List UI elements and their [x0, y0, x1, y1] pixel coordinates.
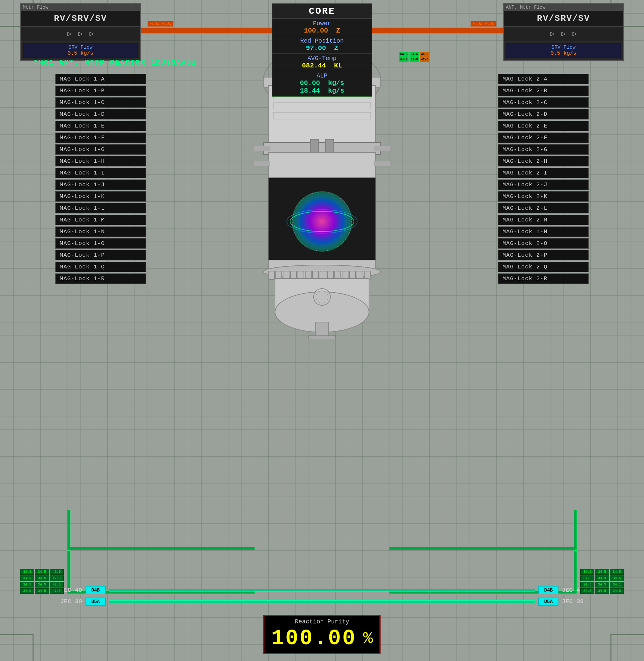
mag-lock-left-2[interactable]: MAG-Lock 1-C [55, 97, 146, 108]
right-flow-label: ANT. Mttr Flow [504, 4, 623, 11]
mag-lock-right-2[interactable]: MAG-Lock 2-C [498, 97, 589, 108]
mag-lock-right-5[interactable]: MAG-Lock 2-F [498, 133, 589, 143]
status-cell-left-0: 34.3 [20, 569, 34, 575]
core-power-label: Power [313, 20, 331, 27]
core-panel-header: CORE [272, 4, 372, 19]
corner-decoration-br [611, 634, 644, 661]
reaction-purity-display: Reaction Purity 100.00 % [263, 615, 381, 654]
mag-lock-right-14[interactable]: MAG-Lock 2-O [498, 238, 589, 249]
mag-lock-right-0[interactable]: MAG-Lock 2-A [498, 74, 589, 84]
mag-lock-right-8[interactable]: MAG-Lock 2-I [498, 168, 589, 178]
status-dot-4: 84-5 [399, 58, 409, 62]
mag-lock-left-5[interactable]: MAG-Lock 1-F [55, 133, 146, 143]
left-valve-1[interactable]: ▷ [67, 29, 71, 38]
mag-lock-left-8[interactable]: MAG-Lock 1-I [55, 168, 146, 178]
mag-lock-right-16[interactable]: MAG-Lock 2-Q [498, 262, 589, 272]
pipe-horizontal-bottom-r [389, 547, 577, 550]
jec-40-btn-right[interactable]: D4B [538, 586, 558, 594]
right-valve-1[interactable]: ▷ [550, 29, 554, 38]
status-cell-left-6: 34.5 [20, 582, 34, 588]
mag-lock-right-13[interactable]: MAG-Lock 1-N [498, 227, 589, 237]
mag-lock-right-3[interactable]: MAG-Lock 2-D [498, 109, 589, 119]
status-cell-right-9: 34.5 [580, 588, 594, 594]
status-cell-right-5: 34.5 [610, 575, 624, 581]
mag-lock-right-12[interactable]: MAG-Lock 2-M [498, 215, 589, 225]
right-valve-2[interactable]: ▷ [561, 29, 566, 38]
jec-30-label-left: JEC 30 [60, 598, 82, 605]
small-status-grid-left: 34.334.546.034.334.547.034.534.547.634.0… [20, 569, 64, 594]
mag-lock-left-11[interactable]: MAG-Lock 1-L [55, 203, 146, 213]
core-alp-value1: 00.00 kg/s [300, 79, 344, 87]
core-avg-temp-row: AVG-Temp 682.44 KL [272, 54, 372, 71]
jec-40-row: JEC 40 D4B D4B JEC 40 [0, 586, 644, 594]
mag-lock-right-4[interactable]: MAG-Lock 2-E [498, 121, 589, 131]
status-cell-left-9: 34.0 [20, 588, 34, 594]
mag-lock-right-15[interactable]: MAG-Lock 2-P [498, 250, 589, 260]
mag-locks-left-panel: MAG-Lock 1-AMAG-Lock 1-BMAG-Lock 1-CMAG-… [55, 74, 146, 285]
jec-30-row: JEC 30 D5A D5A JEC 30 [0, 598, 644, 606]
core-avg-temp-value: 682.44 KL [302, 62, 342, 69]
core-red-position-row: Red Position 97.00 Z [272, 36, 372, 54]
core-red-position-label: Red Position [300, 38, 344, 44]
status-cell-right-3: 34.3 [580, 575, 594, 581]
left-valve-3[interactable]: ▷ [90, 29, 94, 38]
left-panel-box: Mttr Flow RV/SRV/SV ▷ ▷ ▷ SRV Flow 0.5 k… [20, 3, 141, 61]
mag-lock-left-14[interactable]: MAG-Lock 1-O [55, 238, 146, 249]
core-power-value: 100.00 Z [304, 27, 340, 35]
mag-lock-left-9[interactable]: MAG-Lock 1-J [55, 180, 146, 190]
mag-lock-left-3[interactable]: MAG-Lock 1-D [55, 109, 146, 119]
core-panel: CORE Power 100.00 Z Red Position 97.00 Z… [272, 3, 372, 97]
core-power-row: Power 100.00 Z [272, 19, 372, 36]
status-cell-right-10: 34.5 [595, 588, 609, 594]
mag-lock-left-16[interactable]: MAG-Lock 1-Q [55, 262, 146, 272]
left-valve-2[interactable]: ▷ [78, 29, 83, 38]
flow-pipe-label-left: FLOW FLOW [147, 21, 174, 26]
status-cell-left-1: 34.5 [35, 569, 49, 575]
jec-30-btn-left[interactable]: D5A [86, 598, 106, 606]
jec-section: JEC 40 D4B D4B JEC 40 JEC 30 D5A D5A JEC… [0, 586, 644, 606]
jec-40-pipe [109, 589, 535, 592]
mag-lock-right-7[interactable]: MAG-Lock 2-H [498, 156, 589, 166]
mag-lock-right-9[interactable]: MAG-Lock 2-J [498, 180, 589, 190]
mag-lock-left-17[interactable]: MAG-Lock 1-R [55, 273, 146, 284]
mag-lock-left-4[interactable]: MAG-Lock 1-E [55, 121, 146, 131]
status-dot-1: 84-5 [399, 52, 409, 57]
right-valve-3[interactable]: ▷ [573, 29, 577, 38]
svg-rect-39 [374, 161, 391, 166]
purity-label: Reaction Purity [271, 618, 373, 625]
jec-30-pipe [109, 600, 535, 603]
mag-lock-left-7[interactable]: MAG-Lock 1-H [55, 156, 146, 166]
mag-lock-left-0[interactable]: MAG-Lock 1-A [55, 74, 146, 84]
jec-30-label-right: JEC 30 [562, 598, 584, 605]
mag-lock-left-12[interactable]: MAG-Lock 1-M [55, 215, 146, 225]
svg-rect-18 [268, 271, 274, 279]
reactor-title: TH01 ANT. MTTR REACTOR 1DJSSAAD1 [33, 59, 197, 67]
pipe-vertical-bottom-left [67, 510, 70, 550]
jec-30-btn-right[interactable]: D5A [538, 598, 558, 606]
right-srv-flow-label: SRV Flow [509, 45, 618, 50]
core-alp-value2: 18.44 kg/s [300, 87, 344, 95]
right-panel-header: RV/SRV/SV [504, 11, 623, 26]
mag-lock-right-6[interactable]: MAG-Lock 2-G [498, 144, 589, 155]
status-cell-left-4: 34.5 [35, 575, 49, 581]
purity-value: 100.00 [271, 626, 356, 651]
status-cell-right-7: 34.5 [595, 582, 609, 588]
mag-lock-left-15[interactable]: MAG-Lock 1-P [55, 250, 146, 260]
mag-lock-right-17[interactable]: MAG-Lock 2-R [498, 273, 589, 284]
mag-lock-right-10[interactable]: MAG-Lock 2-K [498, 191, 589, 202]
mag-lock-left-13[interactable]: MAG-Lock 1-N [55, 227, 146, 237]
flow-pipe-left [140, 27, 295, 33]
mag-lock-left-6[interactable]: MAG-Lock 1-G [55, 144, 146, 155]
right-srv-flow-box: SRV Flow 0.5 kg/s [506, 43, 621, 58]
right-valve-row: ▷ ▷ ▷ [504, 26, 623, 41]
mag-lock-right-11[interactable]: MAG-Lock 2-L [498, 203, 589, 213]
jec-40-btn-left[interactable]: D4B [86, 586, 106, 594]
status-cell-left-5: 47.0 [50, 575, 64, 581]
status-grid-right: 34.534.534.534.334.334.534.534.534.134.5… [580, 569, 624, 594]
status-cell-left-2: 46.0 [50, 569, 64, 575]
left-srv-flow-box: SRV Flow 0.5 kg/s [23, 43, 138, 58]
status-dot-5: 84-5 [410, 58, 419, 62]
mag-lock-left-1[interactable]: MAG-Lock 1-B [55, 86, 146, 96]
mag-lock-right-1[interactable]: MAG-Lock 2-B [498, 86, 589, 96]
mag-lock-left-10[interactable]: MAG-Lock 1-K [55, 191, 146, 202]
